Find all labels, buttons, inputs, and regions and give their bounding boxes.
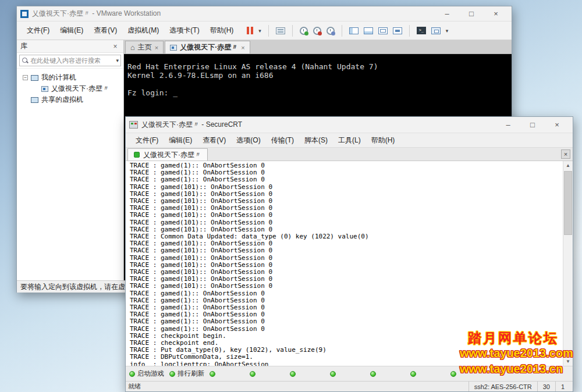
button-bar-button[interactable] <box>250 371 287 377</box>
snapshot-manager-icon[interactable] <box>327 27 335 35</box>
terminal-line: TRACE : gamed(101):: OnAbortSession 0 <box>130 255 563 262</box>
terminal-line: TRACE : gamed(101):: OnAbortSession 0 <box>130 212 563 219</box>
library-search-box[interactable]: ▾ <box>19 55 121 66</box>
terminal-console-icon[interactable]: >_ <box>417 27 426 34</box>
button-bar-button[interactable] <box>450 371 488 377</box>
menu-item[interactable]: 脚本(S) <box>299 133 333 147</box>
virtual-machine-icon <box>41 86 48 92</box>
terminal-line: TRACE : gamed(101):: OnAbortSession 0 <box>130 219 563 226</box>
tab-vm[interactable]: 乂傲視天下·赤壁〃 × <box>165 41 250 54</box>
vmware-titlebar[interactable]: 乂傲視天下·赤壁〃 - VMware Workstation – □ × <box>17 6 512 22</box>
tree-item-my-computer[interactable]: − 我的计算机 <box>17 72 123 83</box>
menu-item[interactable]: 选项(O) <box>231 133 265 147</box>
terminal-output: TRACE : gamed(1):: OnAbortSession 0TRACE… <box>126 161 563 366</box>
green-led-icon <box>330 371 336 377</box>
library-header: 库 × <box>17 40 123 53</box>
toolbar-separator <box>292 25 293 37</box>
toolbar-separator <box>342 25 342 37</box>
scrollbar-thumb[interactable] <box>564 171 572 235</box>
console-view-icon[interactable] <box>378 27 388 34</box>
securecrt-window: 乂傲視天下·赤壁〃 - SecureCRT – □ × 文件(F)编辑(E)查看… <box>125 116 573 392</box>
fit-guest-icon[interactable] <box>393 27 402 34</box>
green-led-icon <box>450 371 456 377</box>
tab-close-icon[interactable]: × <box>155 44 158 51</box>
terminal-line: info : logclienttcp: OnAbortSession <box>130 361 563 366</box>
menu-item[interactable]: 传输(T) <box>266 133 299 147</box>
button-bar-label: 启动游戏 <box>137 369 164 378</box>
button-bar-button[interactable] <box>370 371 407 377</box>
virtual-machine-icon <box>170 45 177 51</box>
status-cipher: ssh2: AES-256-CTR <box>469 382 537 391</box>
send-ctrl-alt-del-icon[interactable] <box>276 27 285 34</box>
securecrt-titlebar[interactable]: 乂傲視天下·赤壁〃 - SecureCRT – □ × <box>126 117 573 133</box>
fullscreen-icon[interactable] <box>431 27 441 34</box>
menu-item[interactable]: 查看(V) <box>197 133 231 147</box>
button-bar-button[interactable] <box>290 371 327 377</box>
search-input[interactable] <box>30 57 114 64</box>
menu-item[interactable]: 查看(V) <box>88 22 122 40</box>
tab-home[interactable]: ⌂ 主页 × <box>125 41 164 54</box>
tree-item-label: 共享的虚拟机 <box>41 95 83 105</box>
button-bar-button[interactable] <box>410 371 448 377</box>
green-led-icon <box>250 371 255 377</box>
terminal-area[interactable]: TRACE : gamed(1):: OnAbortSession 0TRACE… <box>126 161 573 366</box>
terminal-line: TRACE : gamed(101):: OnAbortSession 0 <box>130 247 563 254</box>
take-snapshot-icon[interactable] <box>300 27 308 35</box>
securecrt-tabbar: 乂傲視天下·赤壁〃 × <box>126 148 573 161</box>
terminal-scrollbar[interactable]: ▲ ▼ <box>563 161 573 366</box>
tab-close-icon[interactable]: × <box>241 44 244 51</box>
library-close-icon[interactable]: × <box>111 42 120 51</box>
menu-item[interactable]: 编辑(E) <box>164 133 197 147</box>
green-led-icon <box>210 371 215 377</box>
green-led-icon <box>290 371 296 377</box>
close-button[interactable]: × <box>545 118 569 132</box>
tree-item-vm[interactable]: 乂傲視天下·赤壁〃 <box>17 83 123 94</box>
menu-item[interactable]: 文件(F) <box>130 133 164 147</box>
show-thumbnail-bar-icon[interactable] <box>364 27 373 34</box>
tabbar-close-icon[interactable]: × <box>561 149 570 159</box>
menu-item[interactable]: 虚拟机(M) <box>122 22 164 40</box>
pause-vm-icon[interactable] <box>247 27 253 34</box>
home-icon: ⌂ <box>130 43 135 52</box>
library-title: 库 <box>20 41 27 51</box>
terminal-line: TRACE : DBPutCommonData, size=1. <box>130 354 563 361</box>
vmware-window-controls: – □ × <box>435 7 508 21</box>
menu-item[interactable]: 文件(F) <box>22 22 55 40</box>
session-tab[interactable]: 乂傲視天下·赤壁〃 <box>127 148 208 161</box>
tree-item-shared-vms[interactable]: 共享的虚拟机 <box>17 94 123 105</box>
button-bar-button[interactable]: 启动游戏 <box>129 369 166 378</box>
menu-item[interactable]: 选项卡(T) <box>164 22 204 40</box>
button-bar-button[interactable] <box>330 371 367 377</box>
button-bar-button[interactable]: 排行刷新 <box>169 369 207 378</box>
securecrt-statusbar: 就绪 ssh2: AES-256-CTR 30 1 <box>126 381 573 391</box>
guest-console-line: Fz login: _ <box>127 88 508 97</box>
terminal-line: TRACE : gamed(1):: OnAbortSession 0 <box>130 176 563 183</box>
button-bar-button[interactable] <box>210 371 247 377</box>
tree-item-label: 乂傲視天下·赤壁〃 <box>51 84 109 94</box>
close-button[interactable]: × <box>484 7 508 21</box>
minimize-button[interactable]: – <box>496 118 520 132</box>
tab-label: 主页 <box>138 42 152 52</box>
fullscreen-dropdown-caret-icon[interactable]: ▾ <box>446 28 449 34</box>
maximize-button[interactable]: □ <box>520 118 545 132</box>
library-sidebar: 库 × ▾ − 我的计算机 乂傲視天下·赤壁〃 <box>17 40 124 280</box>
search-dropdown-caret-icon[interactable]: ▾ <box>116 58 119 63</box>
menu-item[interactable]: 帮助(H) <box>205 22 239 40</box>
menu-item[interactable]: 工具(L) <box>333 133 366 147</box>
tab-label: 乂傲視天下·赤壁〃 <box>180 42 238 52</box>
maximize-button[interactable]: □ <box>459 7 484 21</box>
securecrt-window-controls: – □ × <box>496 118 569 132</box>
securecrt-app-icon <box>129 121 138 129</box>
status-cols: 1 <box>555 382 570 391</box>
vmware-status-text: 要将输入定向到该虚拟机，请在虚拟机 <box>20 282 139 292</box>
scroll-down-icon[interactable]: ▼ <box>563 357 573 366</box>
pause-dropdown-caret-icon[interactable]: ▾ <box>258 28 261 34</box>
revert-snapshot-icon[interactable] <box>313 27 321 35</box>
minimize-button[interactable]: – <box>435 7 459 21</box>
collapse-icon[interactable]: − <box>23 75 28 80</box>
menu-item[interactable]: 帮助(H) <box>366 133 400 147</box>
menu-item[interactable]: 编辑(E) <box>55 22 88 40</box>
show-library-icon[interactable] <box>349 27 359 34</box>
terminal-line: TRACE : gamed(101):: OnAbortSession 0 <box>130 283 563 290</box>
scroll-up-icon[interactable]: ▲ <box>563 161 573 170</box>
